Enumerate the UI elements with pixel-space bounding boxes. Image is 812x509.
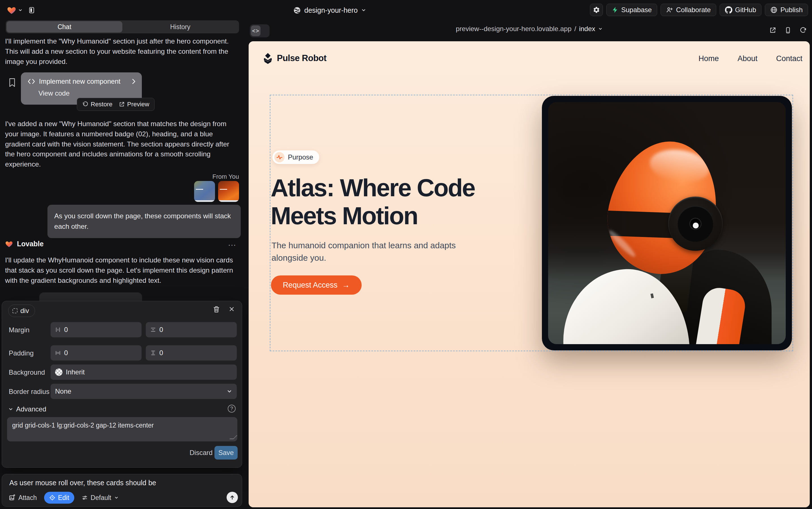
advanced-toggle[interactable]: Advanced — [8, 405, 46, 413]
preview-url-bar[interactable]: preview--design-your-hero.lovable.app / … — [249, 25, 810, 33]
supabase-button[interactable]: Supabase — [606, 4, 657, 16]
tab-history[interactable]: History — [122, 21, 238, 33]
lovable-header: Lovable — [5, 240, 43, 248]
site-nav: Home About Contact — [698, 54, 802, 63]
preview-button[interactable]: Preview — [119, 101, 149, 108]
lovable-logo-icon[interactable] — [7, 6, 16, 15]
chevron-right-icon — [131, 78, 136, 84]
logo-chevron-down-icon[interactable] — [18, 8, 23, 12]
trash-icon[interactable] — [213, 306, 220, 313]
nav-about[interactable]: About — [737, 54, 758, 63]
attach-image-icon — [9, 494, 15, 501]
hero-heading: Atlas: Where Code Meets Motion — [271, 174, 525, 230]
preview-page: index — [579, 25, 595, 33]
select-chevron-down-icon — [227, 388, 232, 394]
request-access-label: Request Access — [283, 281, 338, 290]
topbar-actions: Supabase Collaborate GitHub Publish — [590, 4, 808, 16]
edit-mode-button[interactable]: Edit — [44, 492, 74, 504]
help-icon[interactable]: ? — [228, 405, 236, 413]
hero-badge-label: Purpose — [288, 153, 313, 161]
composer-input[interactable]: As user mouse roll over, these cards sho… — [9, 479, 232, 487]
github-label: GitHub — [735, 6, 756, 14]
publish-button[interactable]: Publish — [765, 4, 808, 16]
github-button[interactable]: GitHub — [719, 4, 762, 16]
project-chevron-down-icon — [361, 8, 366, 13]
mode-label: Default — [91, 494, 111, 502]
mode-select[interactable]: Default — [82, 494, 119, 502]
code-icon — [28, 78, 35, 84]
lovable-name: Lovable — [17, 240, 43, 248]
publish-globe-icon — [770, 6, 778, 13]
code-preview-toggle[interactable]: <> — [250, 24, 269, 37]
margin-y-input[interactable]: 0 — [146, 322, 237, 337]
request-access-button[interactable]: Request Access → — [271, 275, 362, 295]
padding-y-input[interactable]: 0 — [146, 345, 237, 361]
message-overflow-menu[interactable]: … — [228, 238, 237, 248]
tab-chat[interactable]: Chat — [6, 21, 122, 33]
margin-y-icon — [150, 327, 156, 333]
site-brand[interactable]: Pulse Robot — [263, 53, 326, 64]
toggle-sidebar-button[interactable] — [26, 4, 37, 16]
element-inspector-panel: div Margin 0 0 Padding 0 0 Backg — [2, 301, 242, 468]
nav-contact[interactable]: Contact — [776, 54, 802, 63]
selected-element-pill[interactable]: div — [8, 305, 35, 317]
arrow-right-icon: → — [342, 281, 350, 290]
attach-label: Attach — [19, 494, 37, 502]
mode-chevron-down-icon — [114, 496, 119, 500]
robot-image — [548, 102, 786, 344]
pulse-robot-logo-icon — [263, 53, 273, 64]
padding-y-icon — [150, 350, 156, 356]
border-radius-select[interactable]: None — [50, 384, 237, 399]
margin-x-icon — [55, 327, 61, 333]
hero-badge: Purpose — [272, 150, 319, 164]
preview-toolbar-icons — [769, 27, 807, 34]
restore-icon — [82, 101, 88, 107]
chat-composer[interactable]: As user mouse roll over, these cards sho… — [2, 474, 242, 507]
attach-button[interactable]: Attach — [9, 494, 37, 502]
gear-icon — [593, 6, 600, 13]
site-preview: Pulse Robot Home About Contact Purpose A… — [249, 41, 810, 507]
background-value: Inherit — [66, 368, 85, 376]
target-icon — [49, 495, 56, 501]
border-radius-label: Border radius — [9, 388, 49, 396]
tailwind-classes-textarea[interactable]: grid grid-cols-1 lg:grid-cols-2 gap-12 i… — [7, 417, 237, 441]
preview-label: Preview — [127, 101, 149, 108]
mobile-view-icon[interactable] — [784, 27, 792, 34]
element-tag: div — [20, 307, 29, 315]
attachment-thumbnail-orange[interactable] — [218, 181, 239, 202]
attachment-thumbnail-blue[interactable] — [194, 181, 215, 202]
publish-label: Publish — [780, 6, 803, 14]
padding-x-input[interactable]: 0 — [50, 345, 142, 361]
hero-subtitle: The humanoid companion that learns and a… — [271, 239, 469, 264]
open-in-new-tab-icon[interactable] — [769, 27, 776, 34]
advanced-chevron-icon — [8, 407, 13, 412]
tool-card-title: Implement new component — [39, 77, 127, 86]
settings-button[interactable] — [590, 4, 603, 16]
site-brand-name: Pulse Robot — [277, 53, 326, 63]
padding-x-value: 0 — [64, 349, 68, 357]
margin-x-input[interactable]: 0 — [50, 322, 142, 337]
supabase-icon — [612, 6, 619, 13]
dashed-element-icon — [12, 308, 17, 313]
send-arrow-up-icon — [229, 494, 235, 501]
url-chevron-down-icon — [598, 27, 603, 31]
project-switcher[interactable]: design-your-hero — [293, 5, 366, 15]
view-code-link[interactable]: View code — [38, 89, 136, 97]
refresh-icon[interactable] — [800, 27, 807, 34]
robot-camera-eye — [668, 197, 723, 251]
close-icon[interactable] — [228, 306, 235, 312]
send-button[interactable] — [227, 492, 238, 503]
discard-button[interactable]: Discard — [185, 446, 217, 460]
nav-home[interactable]: Home — [698, 54, 719, 63]
hero-heading-line2: Meets Motion — [271, 202, 525, 230]
bookmark-icon[interactable] — [8, 78, 16, 87]
transparency-swatch-icon — [55, 369, 63, 376]
restore-button[interactable]: Restore — [82, 101, 112, 108]
save-button[interactable]: Save — [215, 446, 237, 460]
from-you-label: From You — [213, 173, 239, 180]
lovable-heart-icon — [5, 240, 13, 248]
collaborate-button[interactable]: Collaborate — [661, 4, 716, 16]
hero-heading-line1: Atlas: Where Code — [271, 174, 525, 202]
padding-x-icon — [55, 350, 61, 356]
background-input[interactable]: Inherit — [50, 365, 237, 380]
